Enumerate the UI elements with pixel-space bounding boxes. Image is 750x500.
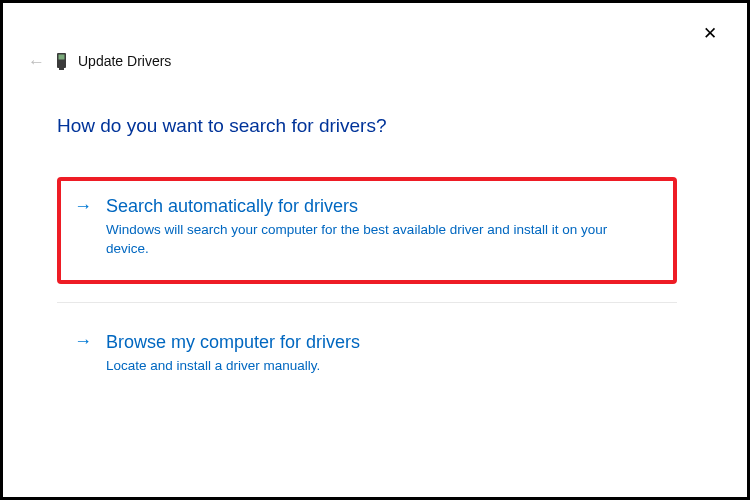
- content-area: How do you want to search for drivers? →…: [57, 115, 677, 401]
- option-head: → Browse my computer for drivers: [74, 332, 654, 353]
- window-title: Update Drivers: [78, 53, 171, 69]
- option-description: Locate and install a driver manually.: [106, 357, 636, 376]
- device-icon: [57, 51, 66, 71]
- option-browse-computer[interactable]: → Browse my computer for drivers Locate …: [57, 313, 677, 401]
- option-title: Search automatically for drivers: [106, 196, 358, 217]
- option-title: Browse my computer for drivers: [106, 332, 360, 353]
- arrow-right-icon: →: [74, 332, 92, 350]
- header-row: ← Update Drivers: [28, 51, 737, 71]
- close-icon: ✕: [703, 24, 717, 43]
- option-head: → Search automatically for drivers: [74, 196, 654, 217]
- divider: [57, 302, 677, 303]
- dialog-frame: ✕ ← Update Drivers How do you want to se…: [0, 0, 750, 500]
- back-arrow-icon[interactable]: ←: [28, 53, 45, 70]
- svg-rect-2: [59, 68, 64, 70]
- svg-rect-1: [59, 55, 65, 60]
- arrow-right-icon: →: [74, 197, 92, 215]
- option-description: Windows will search your computer for th…: [106, 221, 636, 259]
- option-search-automatically[interactable]: → Search automatically for drivers Windo…: [57, 177, 677, 284]
- question-heading: How do you want to search for drivers?: [57, 115, 677, 137]
- close-button[interactable]: ✕: [703, 25, 717, 42]
